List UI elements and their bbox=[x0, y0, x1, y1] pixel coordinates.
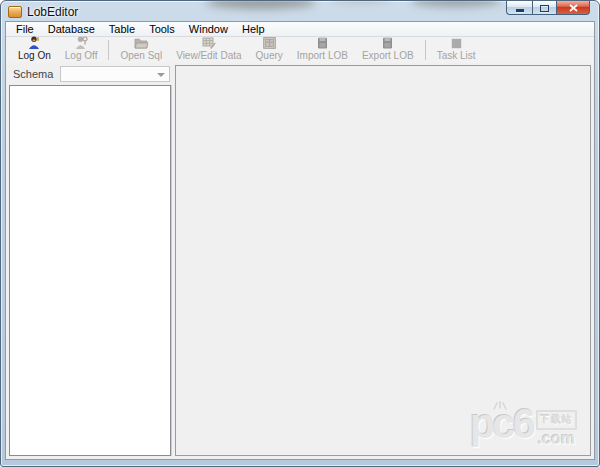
pc6-badge: 下载站 bbox=[536, 410, 577, 430]
app-icon bbox=[8, 6, 22, 18]
log-off-icon bbox=[75, 36, 88, 49]
minimize-icon bbox=[516, 9, 524, 12]
log-on-label: Log On bbox=[18, 50, 51, 61]
import-lob-icon bbox=[317, 37, 328, 49]
chevron-down-icon bbox=[157, 73, 165, 77]
log-on-button[interactable]: Log On bbox=[11, 38, 58, 63]
maximize-icon bbox=[540, 5, 549, 12]
menu-help[interactable]: Help bbox=[235, 22, 272, 36]
close-button[interactable] bbox=[557, 1, 590, 15]
log-on-icon bbox=[28, 36, 40, 49]
window-title: LobEditor bbox=[27, 5, 78, 19]
view-edit-data-icon bbox=[202, 37, 216, 49]
log-off-label: Log Off bbox=[65, 50, 98, 61]
menu-file[interactable]: File bbox=[9, 22, 41, 36]
task-list-icon bbox=[451, 38, 462, 49]
pc6-com: .com bbox=[538, 430, 575, 448]
menu-database[interactable]: Database bbox=[41, 22, 102, 36]
minimize-button[interactable] bbox=[506, 1, 532, 15]
schema-label: Schema bbox=[13, 68, 53, 80]
aero-glass-reflection bbox=[206, 0, 316, 9]
task-list-button[interactable]: Task List bbox=[430, 38, 483, 63]
menu-window[interactable]: Window bbox=[182, 22, 235, 36]
import-lob-label: Import LOB bbox=[297, 50, 348, 61]
client-area: File Database Table Tools Window Help Lo… bbox=[5, 21, 595, 460]
export-lob-button[interactable]: Export LOB bbox=[355, 38, 421, 63]
menu-bar: File Database Table Tools Window Help bbox=[6, 22, 594, 37]
import-lob-button[interactable]: Import LOB bbox=[290, 38, 355, 63]
toolbar-separator bbox=[425, 40, 426, 60]
schema-row: Schema bbox=[9, 65, 171, 85]
export-lob-label: Export LOB bbox=[362, 50, 414, 61]
task-list-label: Task List bbox=[437, 50, 476, 61]
schema-combobox[interactable] bbox=[60, 66, 170, 82]
open-sql-icon bbox=[134, 38, 149, 49]
toolbar: Log On Log Off bbox=[6, 37, 594, 63]
sparkle-icon bbox=[492, 401, 508, 410]
schema-tree-panel[interactable] bbox=[9, 85, 171, 456]
aero-glass-reflection bbox=[411, 0, 501, 7]
open-sql-label: Open Sql bbox=[120, 50, 162, 61]
content-area: Schema pc6 下 bbox=[6, 63, 594, 459]
log-off-button[interactable]: Log Off bbox=[58, 38, 105, 63]
view-edit-data-label: View/Edit Data bbox=[176, 50, 241, 61]
view-edit-data-button[interactable]: View/Edit Data bbox=[169, 38, 248, 63]
toolbar-separator bbox=[108, 40, 109, 60]
close-icon bbox=[569, 4, 578, 12]
menu-table[interactable]: Table bbox=[102, 22, 142, 36]
pc6-logo: pc6 bbox=[470, 405, 533, 443]
menu-tools[interactable]: Tools bbox=[142, 22, 182, 36]
window-controls bbox=[506, 1, 590, 15]
export-lob-icon bbox=[382, 37, 393, 49]
pc6-watermark: pc6 下载站 .com bbox=[470, 405, 577, 448]
aero-glass-reflection bbox=[331, 0, 391, 2]
maximize-button[interactable] bbox=[532, 1, 557, 15]
sidebar: Schema bbox=[9, 65, 171, 456]
query-icon bbox=[263, 37, 276, 49]
open-sql-button[interactable]: Open Sql bbox=[113, 38, 169, 63]
query-button[interactable]: Query bbox=[249, 38, 290, 63]
query-label: Query bbox=[256, 50, 283, 61]
main-panel: pc6 下载站 .com bbox=[175, 65, 591, 456]
app-window: LobEditor File Database Table Tools Wind… bbox=[0, 0, 600, 467]
